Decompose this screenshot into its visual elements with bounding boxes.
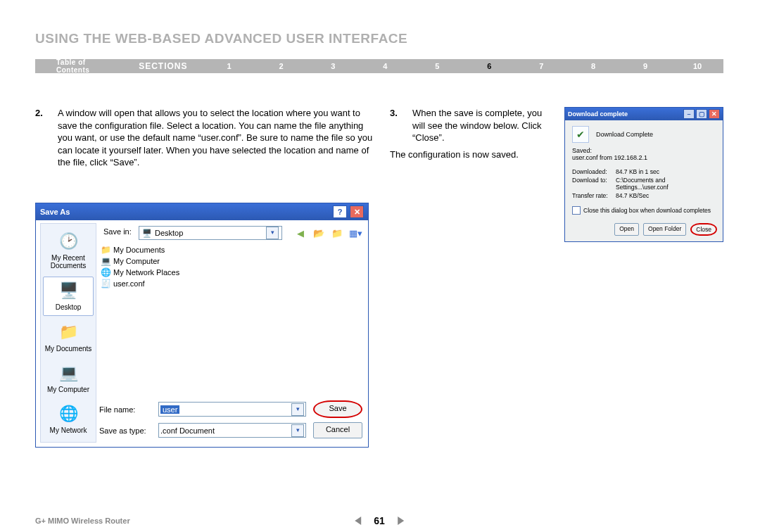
chevron-down-icon[interactable]: ▾ bbox=[291, 403, 304, 416]
filename-input[interactable]: user ▾ bbox=[158, 402, 306, 417]
computer-icon: 💻 bbox=[58, 362, 79, 384]
section-navbar: Table of Contents SECTIONS 1 2 3 4 5 6 7… bbox=[35, 59, 723, 73]
saveas-bottom: File name: user ▾ Save Save as type: .co… bbox=[99, 400, 362, 443]
chevron-down-icon[interactable]: ▾ bbox=[266, 227, 279, 239]
dlc-downloadto-label: Download to: bbox=[572, 177, 616, 191]
next-page-icon[interactable] bbox=[398, 517, 404, 525]
sidebar-item-desktop[interactable]: 🖥️ Desktop bbox=[43, 277, 94, 316]
dlc-headline: Download Complete bbox=[596, 131, 653, 138]
saveastype-dropdown[interactable]: .conf Document ▾ bbox=[158, 423, 306, 438]
step-3-num: 3. bbox=[390, 107, 404, 144]
desktop-icon: 🖥️ bbox=[58, 280, 79, 301]
download-complete-dialog: Download complete – ▢ ✕ ✔ Download Compl… bbox=[564, 107, 723, 242]
dlc-downloaded-value: 84.7 KB in 1 sec bbox=[616, 168, 716, 175]
sidebar-item-recent[interactable]: 🕑 My Recent Documents bbox=[44, 228, 93, 274]
new-folder-icon[interactable]: 📁 bbox=[331, 227, 343, 239]
saveastype-label: Save as type: bbox=[99, 426, 151, 435]
places-bar: 🕑 My Recent Documents 🖥️ Desktop 📁 My Do… bbox=[40, 223, 96, 443]
nav-toc[interactable]: Table of Contents bbox=[35, 58, 123, 74]
sidebar-mydocs-label: My Documents bbox=[44, 345, 93, 353]
nav-section-10[interactable]: 10 bbox=[671, 62, 723, 70]
sidebar-mynet-label: My Network bbox=[44, 426, 93, 434]
savein-value: Desktop bbox=[155, 229, 183, 237]
nav-section-4[interactable]: 4 bbox=[359, 62, 411, 70]
file-icon: 🧾 bbox=[101, 279, 110, 289]
nav-sections-label: SECTIONS bbox=[123, 61, 203, 71]
close-button[interactable]: Close bbox=[690, 223, 717, 236]
nav-section-3[interactable]: 3 bbox=[307, 62, 359, 70]
maximize-icon[interactable]: ▢ bbox=[696, 109, 707, 119]
computer-icon: 💻 bbox=[101, 256, 110, 266]
nav-section-8[interactable]: 8 bbox=[567, 62, 619, 70]
open-folder-button[interactable]: Open Folder bbox=[643, 223, 686, 236]
list-item[interactable]: 🌐 My Network Places bbox=[99, 267, 362, 278]
page-footer: G+ MIMO Wireless Router 61 bbox=[35, 517, 723, 525]
savein-dropdown[interactable]: 🖥️ Desktop ▾ bbox=[139, 226, 282, 240]
network-icon: 🌐 bbox=[58, 403, 79, 424]
nav-section-6[interactable]: 6 bbox=[463, 62, 515, 70]
network-icon: 🌐 bbox=[101, 267, 110, 277]
dlc-title-text: Download complete bbox=[568, 110, 628, 118]
close-when-done-label: Close this dialog box when download comp… bbox=[583, 207, 711, 214]
dlc-rate-label: Transfer rate: bbox=[572, 192, 616, 199]
step-2-text: A window will open that allows you to se… bbox=[58, 107, 373, 169]
open-button[interactable]: Open bbox=[614, 223, 639, 236]
sidebar-item-mydocs[interactable]: 📁 My Documents bbox=[44, 319, 93, 357]
views-icon[interactable]: ▦▾ bbox=[350, 227, 361, 239]
nav-section-1[interactable]: 1 bbox=[203, 62, 255, 70]
file-name: My Computer bbox=[113, 257, 160, 265]
step-3-text: When the save is complete, you will see … bbox=[412, 107, 552, 144]
file-list[interactable]: 📁 My Documents 💻 My Computer 🌐 My Networ… bbox=[99, 244, 362, 402]
minimize-icon[interactable]: – bbox=[683, 109, 695, 119]
file-name: My Documents bbox=[113, 246, 165, 254]
step-2: 2. A window will open that allows you to… bbox=[35, 107, 373, 169]
desktop-icon: 🖥️ bbox=[142, 229, 152, 238]
dlc-titlebar[interactable]: Download complete – ▢ ✕ bbox=[565, 108, 723, 120]
up-one-level-icon[interactable]: 📂 bbox=[313, 227, 324, 239]
dlc-saved-label: Saved: bbox=[572, 147, 716, 154]
folder-icon: 📁 bbox=[58, 322, 79, 343]
saveastype-value: .conf Document bbox=[160, 426, 215, 435]
close-icon[interactable]: ✕ bbox=[709, 109, 720, 119]
chevron-down-icon[interactable]: ▾ bbox=[291, 424, 304, 437]
filename-label: File name: bbox=[99, 405, 151, 414]
list-item[interactable]: 💻 My Computer bbox=[99, 255, 362, 267]
nav-section-9[interactable]: 9 bbox=[619, 62, 671, 70]
saveas-titlebar[interactable]: Save As ? ✕ bbox=[36, 203, 368, 220]
close-when-done-checkbox[interactable] bbox=[572, 206, 581, 215]
step-2-num: 2. bbox=[35, 107, 49, 169]
file-name: My Network Places bbox=[113, 268, 179, 277]
sidebar-mycomp-label: My Computer bbox=[44, 386, 93, 393]
list-item[interactable]: 📁 My Documents bbox=[99, 244, 362, 255]
dlc-saved-value: user.conf from 192.168.2.1 bbox=[572, 154, 716, 161]
folder-icon: 📁 bbox=[101, 245, 110, 255]
step-3: 3. When the save is complete, you will s… bbox=[390, 107, 552, 144]
filename-value: user bbox=[160, 405, 179, 414]
recent-icon: 🕑 bbox=[58, 231, 79, 252]
page-title: USING THE WEB-BASED ADVANCED USER INTERF… bbox=[35, 31, 407, 46]
saveas-title-text: Save As bbox=[40, 208, 70, 216]
dlc-downloaded-label: Downloaded: bbox=[572, 168, 616, 175]
dlc-downloadto-value: C:\Documents and Settings...\user.conf bbox=[616, 177, 716, 191]
saveas-dialog: Save As ? ✕ Save in: 🖥️ Desktop ▾ ◀ 📂 📁 … bbox=[35, 203, 369, 448]
prev-page-icon[interactable] bbox=[355, 517, 361, 525]
nav-section-2[interactable]: 2 bbox=[255, 62, 307, 70]
sidebar-item-mynet[interactable]: 🌐 My Network bbox=[44, 400, 93, 438]
close-icon[interactable]: ✕ bbox=[350, 205, 364, 218]
page-number: 61 bbox=[374, 515, 385, 526]
cancel-button[interactable]: Cancel bbox=[313, 422, 362, 438]
back-icon[interactable]: ◀ bbox=[295, 227, 306, 239]
sidebar-recent-label: My Recent Documents bbox=[44, 254, 93, 270]
download-complete-icon: ✔ bbox=[572, 126, 589, 143]
list-item[interactable]: 🧾 user.conf bbox=[99, 278, 362, 289]
sidebar-item-mycomp[interactable]: 💻 My Computer bbox=[44, 360, 93, 398]
nav-section-7[interactable]: 7 bbox=[515, 62, 567, 70]
file-name: user.conf bbox=[113, 279, 145, 288]
nav-section-5[interactable]: 5 bbox=[411, 62, 463, 70]
dlc-rate-value: 84.7 KB/Sec bbox=[616, 192, 716, 199]
save-button[interactable]: Save bbox=[313, 400, 362, 418]
sidebar-desktop-label: Desktop bbox=[44, 303, 93, 311]
savein-label: Save in: bbox=[103, 227, 132, 236]
product-name: G+ MIMO Wireless Router bbox=[35, 517, 130, 525]
help-icon[interactable]: ? bbox=[333, 205, 347, 218]
